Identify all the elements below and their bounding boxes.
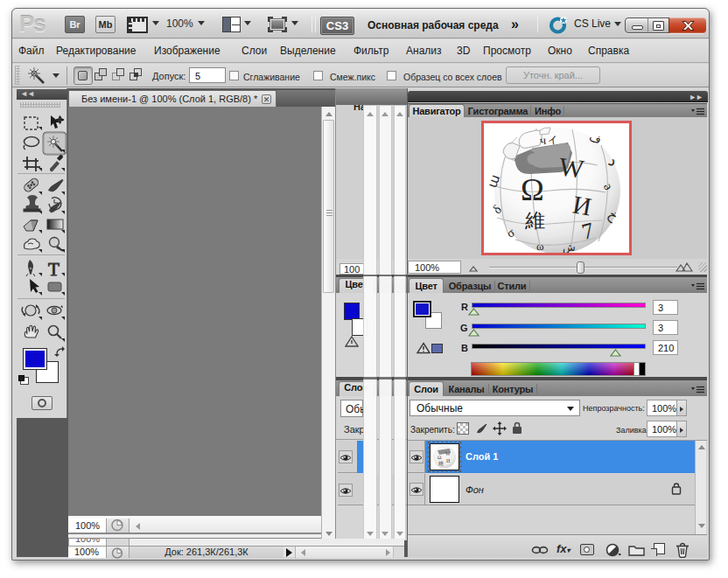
svg-text:ω: ω: [536, 240, 544, 253]
svg-text:ش: ش: [563, 241, 576, 253]
svg-text:Ω: Ω: [521, 172, 544, 207]
svg-text:W: W: [445, 451, 451, 456]
svg-text:W: W: [557, 151, 586, 183]
svg-text:Ω: Ω: [438, 455, 442, 460]
svg-text:維: 維: [524, 210, 545, 232]
svg-text:И: И: [446, 458, 451, 463]
svg-text:T: T: [48, 259, 60, 280]
svg-text:чィ: чィ: [539, 132, 559, 147]
svg-text:維: 維: [438, 461, 444, 466]
